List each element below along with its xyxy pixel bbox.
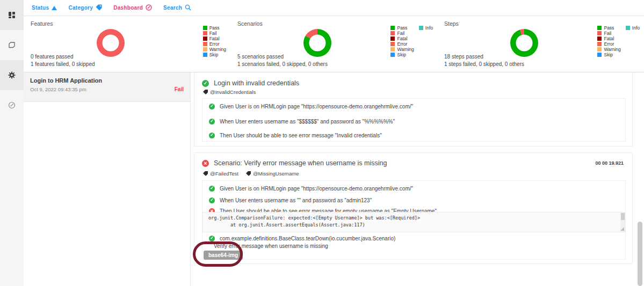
sidebar-item-dashboard[interactable] <box>0 90 24 120</box>
pass-swatch <box>390 26 395 30</box>
legend-item[interactable]: Fail <box>597 31 620 35</box>
legend-item[interactable]: Skip <box>597 52 620 57</box>
pass-circle-icon <box>209 197 215 203</box>
info-swatch <box>419 26 423 30</box>
pass-circle-icon <box>209 104 215 109</box>
summary-charts-row: Features Pass Fail Fatal Error Warning S… <box>24 16 644 72</box>
legend-item[interactable]: Warning <box>390 47 414 52</box>
tag-row: @InvalidCredentials <box>203 89 256 95</box>
warning-swatch <box>203 47 207 52</box>
legend-item[interactable]: Fatal <box>597 36 620 41</box>
legend-item[interactable]: Error <box>597 41 620 46</box>
status-badge: Fail <box>175 86 184 92</box>
legend-item[interactable]: Fail <box>203 31 226 35</box>
features-failed-line: 1 features failed, 0 skipped <box>31 61 95 68</box>
pass-circle-icon <box>209 119 215 124</box>
teardown-row: com.example.definitions.BaseClass.tearDo… <box>209 234 619 242</box>
grid-icon <box>8 11 16 19</box>
code-scrollbar-thumb[interactable] <box>621 213 625 220</box>
pass-swatch <box>597 26 602 30</box>
tag-icon <box>246 171 251 176</box>
pass-circle-icon <box>209 236 215 241</box>
tag-icon <box>203 171 208 176</box>
fail-swatch <box>597 31 602 35</box>
scenarios-stats: 5 scenarios passed 1 scenarios failed, 0… <box>237 53 328 68</box>
scenarios-summary: Scenarios Pass Fail Fatal Error Warning … <box>230 16 437 72</box>
tag-outline-icon <box>8 41 16 49</box>
nav-category-label: Category <box>68 5 93 11</box>
steps-summary: Steps Pass Fail Fatal Error Warning Skip… <box>437 16 644 72</box>
scenarios-legend: Pass Fail Fatal Error Warning Skip Info <box>390 25 433 57</box>
scenario-duration: 00 00 19.921 <box>595 160 624 166</box>
feature-list-panel: Login to HRM Application Oct 9, 2022 09:… <box>24 72 191 286</box>
skip-swatch <box>597 53 602 57</box>
scenarios-passed-line: 5 scenarios passed <box>237 53 328 61</box>
page-scrollbar-thumb[interactable] <box>638 222 642 286</box>
nav-search[interactable]: Search <box>163 4 191 12</box>
test-list-item[interactable]: Login to HRM Application Oct 9, 2022 09:… <box>24 72 190 102</box>
legend-item[interactable]: Fatal <box>203 36 226 41</box>
step-text: Given User is on HRMLogin page "https://… <box>220 186 413 192</box>
legend-item[interactable]: Info <box>419 25 433 30</box>
legend-item[interactable]: Info <box>626 25 640 30</box>
nav-dashboard-label: Dashboard <box>113 5 143 11</box>
error-swatch <box>597 42 602 46</box>
nav-category[interactable]: Category <box>68 4 102 12</box>
warning-swatch <box>390 47 395 52</box>
step-row: When User enters username as "$$$$$$" an… <box>209 117 619 126</box>
resize-grip-icon[interactable] <box>620 227 624 231</box>
features-donut-chart[interactable] <box>97 29 125 57</box>
legend-item[interactable]: Error <box>390 41 414 46</box>
legend-item[interactable]: Fail <box>390 31 414 35</box>
step-row: Then User should be able to see error me… <box>209 131 619 140</box>
base64-image-badge[interactable]: base64-img <box>204 251 243 260</box>
scenario-header[interactable]: Login with invalid credentials <box>202 79 573 87</box>
scenario-card-failed: Scenario: Verify error message when user… <box>194 152 633 264</box>
pass-swatch <box>203 26 207 30</box>
test-title: Login to HRM Application <box>30 77 184 84</box>
scenario-title: Scenario: Verify error message when user… <box>214 159 387 167</box>
legend-item[interactable]: Pass <box>203 25 226 30</box>
legend-item[interactable]: Warning <box>203 47 226 52</box>
test-timestamp: Oct 9, 2022 09:43:35 pm <box>30 86 86 92</box>
legend-item[interactable]: Warning <box>597 47 620 52</box>
teardown-text: com.example.definitions.BaseClass.tearDo… <box>220 236 395 241</box>
sidebar-item-settings[interactable] <box>0 60 24 90</box>
legend-item[interactable]: Fatal <box>390 36 414 41</box>
nav-search-label: Search <box>163 5 182 11</box>
nav-status[interactable]: Status <box>32 5 57 11</box>
chart-title: Features <box>31 20 53 27</box>
scenario-card-passed: Login with invalid credentials @InvalidC… <box>194 72 633 146</box>
steps-legend: Pass Fail Fatal Error Warning Skip Info <box>597 25 640 57</box>
features-legend: Pass Fail Fatal Error Warning Skip <box>203 25 226 57</box>
legend-item[interactable]: Skip <box>390 52 414 57</box>
extent-report-page: Status Category Dashboard Search Feature… <box>0 0 644 286</box>
step-text: Given User is on HRMLogin page "https://… <box>220 104 413 109</box>
step-row: When User enters username as "" and pass… <box>209 196 619 204</box>
search-icon <box>185 4 191 12</box>
gear-icon <box>8 71 16 79</box>
legend-item[interactable]: Pass <box>597 25 620 30</box>
legend-item[interactable]: Error <box>203 41 226 46</box>
step-text: When User enters username as "" and pass… <box>220 197 372 203</box>
detail-panel: Login with invalid credentials @InvalidC… <box>191 72 644 286</box>
fail-swatch <box>203 31 207 35</box>
error-log[interactable]: org.junit.ComparisonFailure: expected:<[… <box>202 212 625 232</box>
pass-circle-icon <box>209 186 215 192</box>
step-row: Given User is on HRMLogin page "https://… <box>209 102 619 111</box>
dashboard-gauge-icon <box>8 101 16 109</box>
gauge-icon <box>146 4 152 12</box>
info-swatch <box>626 26 630 30</box>
features-summary: Features Pass Fail Fatal Error Warning S… <box>24 16 230 72</box>
sidebar-item-categories[interactable] <box>0 30 24 60</box>
legend-item[interactable]: Pass <box>390 25 414 30</box>
legend-item[interactable]: Skip <box>203 52 226 57</box>
sidebar-item-tests[interactable] <box>0 0 24 30</box>
steps-failed-line: 1 steps failed, 0 skipped, 0 others <box>444 61 524 68</box>
scenario-header[interactable]: Scenario: Verify error message when user… <box>202 159 573 167</box>
step-row: Given User is on HRMLogin page "https://… <box>209 184 619 193</box>
pass-circle-icon <box>202 80 209 87</box>
sidebar <box>0 0 24 286</box>
pass-circle-icon <box>209 133 215 138</box>
nav-dashboard[interactable]: Dashboard <box>113 4 152 12</box>
